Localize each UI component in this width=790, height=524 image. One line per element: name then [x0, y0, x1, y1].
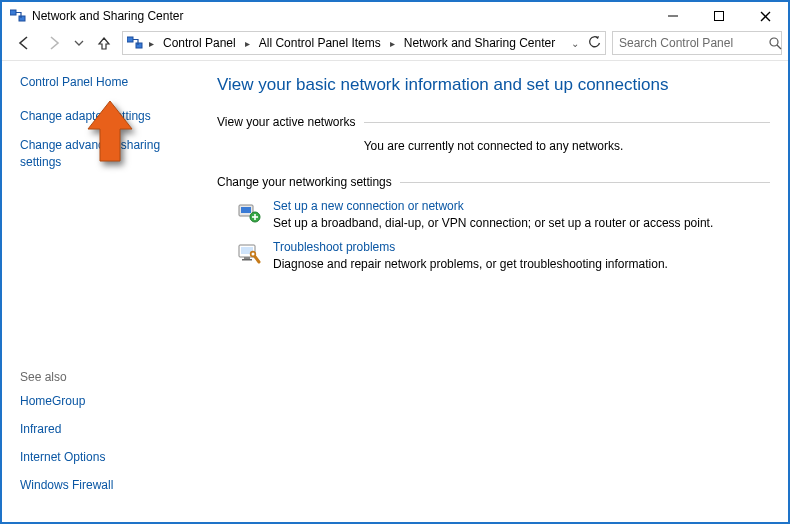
back-button[interactable]	[12, 31, 36, 55]
setup-connection-link[interactable]: Set up a new connection or network	[273, 199, 464, 213]
chevron-right-icon[interactable]: ▸	[147, 38, 156, 49]
active-networks-label: View your active networks	[217, 115, 356, 129]
see-also-internet-options[interactable]: Internet Options	[20, 450, 199, 464]
see-also-section: See also HomeGroup Infrared Internet Opt…	[20, 370, 199, 512]
minimize-button[interactable]	[650, 2, 696, 30]
svg-rect-11	[241, 207, 251, 213]
change-settings-section: Change your networking settings	[217, 175, 770, 271]
network-sharing-icon	[10, 8, 26, 24]
close-button[interactable]	[742, 2, 788, 30]
divider	[400, 182, 770, 183]
svg-line-9	[777, 45, 781, 49]
window-controls	[650, 2, 788, 30]
troubleshoot-option: Troubleshoot problems Diagnose and repai…	[235, 240, 770, 271]
change-advanced-sharing-link[interactable]: Change advanced sharing settings	[20, 137, 199, 171]
recent-locations-dropdown[interactable]	[72, 38, 86, 48]
svg-rect-18	[242, 259, 252, 261]
toolbar: ▸ Control Panel ▸ All Control Panel Item…	[2, 30, 788, 60]
window-title: Network and Sharing Center	[32, 9, 650, 23]
breadcrumb-item[interactable]: Control Panel	[160, 34, 239, 52]
main-content: View your basic network information and …	[207, 61, 788, 522]
control-panel-home-link[interactable]: Control Panel Home	[20, 75, 199, 89]
svg-rect-3	[715, 12, 724, 21]
troubleshoot-link[interactable]: Troubleshoot problems	[273, 240, 395, 254]
breadcrumb-item[interactable]: Network and Sharing Center	[401, 34, 558, 52]
active-networks-status: You are currently not connected to any n…	[217, 135, 770, 155]
chevron-right-icon[interactable]: ▸	[243, 38, 252, 49]
change-settings-label: Change your networking settings	[217, 175, 392, 189]
svg-rect-6	[127, 37, 133, 42]
svg-rect-0	[10, 10, 16, 15]
change-adapter-settings-link[interactable]: Change adapter settings	[20, 109, 199, 123]
see-also-homegroup[interactable]: HomeGroup	[20, 394, 199, 408]
window-frame: Network and Sharing Center	[0, 0, 790, 524]
see-also-infrared[interactable]: Infrared	[20, 422, 199, 436]
svg-point-8	[770, 38, 778, 46]
network-sharing-icon	[127, 35, 143, 51]
up-button[interactable]	[92, 31, 116, 55]
breadcrumb-item[interactable]: All Control Panel Items	[256, 34, 384, 52]
svg-rect-17	[244, 257, 250, 259]
sidebar: Control Panel Home Change adapter settin…	[2, 61, 207, 522]
chevron-right-icon[interactable]: ▸	[388, 38, 397, 49]
search-input[interactable]	[619, 36, 769, 50]
see-also-label: See also	[20, 370, 199, 384]
maximize-button[interactable]	[696, 2, 742, 30]
active-networks-section: View your active networks You are curren…	[217, 115, 770, 155]
forward-button[interactable]	[42, 31, 66, 55]
setup-connection-desc: Set up a broadband, dial-up, or VPN conn…	[273, 216, 713, 230]
svg-rect-1	[19, 16, 25, 21]
troubleshoot-desc: Diagnose and repair network problems, or…	[273, 257, 668, 271]
address-bar[interactable]: ▸ Control Panel ▸ All Control Panel Item…	[122, 31, 606, 55]
search-box[interactable]	[612, 31, 782, 55]
refresh-button[interactable]	[587, 35, 601, 52]
page-heading: View your basic network information and …	[217, 75, 770, 95]
svg-rect-7	[136, 43, 142, 48]
new-connection-icon	[235, 199, 263, 227]
address-dropdown-icon[interactable]: ⌄	[567, 38, 583, 49]
search-icon[interactable]	[769, 37, 782, 50]
svg-point-20	[252, 253, 255, 256]
divider	[364, 122, 770, 123]
titlebar: Network and Sharing Center	[2, 2, 788, 30]
setup-connection-option: Set up a new connection or network Set u…	[235, 199, 770, 230]
see-also-windows-firewall[interactable]: Windows Firewall	[20, 478, 199, 492]
content-body: Control Panel Home Change adapter settin…	[2, 60, 788, 522]
troubleshoot-icon	[235, 240, 263, 268]
